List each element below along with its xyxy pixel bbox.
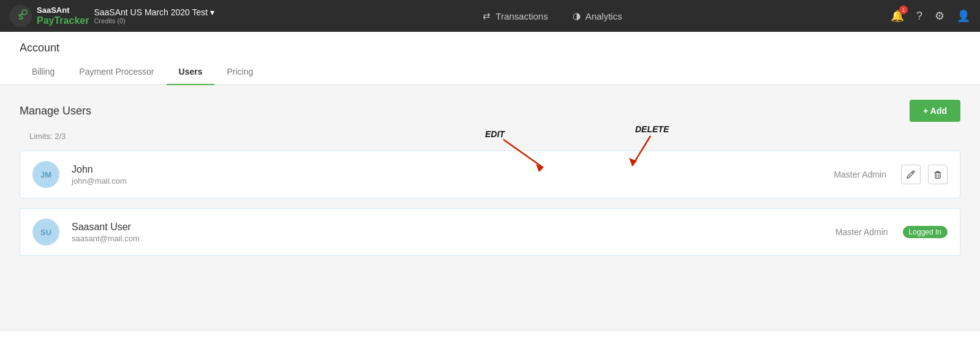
users-list: EDIT DELETE JM John john@mail.com Master… <box>20 151 960 256</box>
logo-paytracker: PayTracker <box>37 15 89 26</box>
user-info-john: John john@mail.com <box>72 164 834 185</box>
app-name: SaaSAnt US March 2020 Test ▾ Credits (0) <box>94 7 214 24</box>
transactions-icon: ⇄ <box>483 10 491 21</box>
main-content: Manage Users + Add Limits: 2/3 EDIT DELE… <box>0 85 980 330</box>
app-title: SaaSAnt US March 2020 Test ▾ <box>94 7 214 17</box>
delete-user-john-button[interactable] <box>928 165 948 184</box>
user-name-saasant: Saasant User <box>72 222 835 233</box>
trash-icon <box>933 170 943 179</box>
svg-line-10 <box>912 172 913 173</box>
tab-users[interactable]: Users <box>167 59 215 85</box>
tab-payment-processor[interactable]: Payment Processor <box>67 59 166 85</box>
help-button[interactable]: ? <box>916 10 922 23</box>
page-title: Account <box>20 32 960 59</box>
logo: S SaaSAnt PayTracker SaaSAnt US March 20… <box>10 5 214 27</box>
user-profile-button[interactable]: 👤 <box>957 9 970 23</box>
logo-text: SaaSAnt PayTracker <box>37 6 89 27</box>
page-header: Account Billing Payment Processor Users … <box>0 32 980 85</box>
user-email-saasant: saasant@mail.com <box>72 234 835 243</box>
analytics-icon: ◑ <box>573 10 581 21</box>
logged-in-badge: Logged In <box>903 226 948 238</box>
section-title: Manage Users <box>20 105 91 118</box>
svg-rect-11 <box>935 173 940 178</box>
user-info-saasant: Saasant User saasant@mail.com <box>72 222 835 243</box>
user-card-john: JM John john@mail.com Master Admin <box>20 151 960 198</box>
user-card-saasant: SU Saasant User saasant@mail.com Master … <box>20 208 960 256</box>
user-role-john: Master Admin <box>834 170 886 179</box>
avatar-saasant: SU <box>32 219 59 245</box>
tab-pricing[interactable]: Pricing <box>214 59 265 85</box>
settings-button[interactable]: ⚙ <box>935 9 944 23</box>
user-email-john: john@mail.com <box>72 176 834 185</box>
edit-user-john-button[interactable] <box>901 165 921 184</box>
notification-badge: 1 <box>899 6 908 14</box>
user-name-john: John <box>72 164 834 175</box>
user-actions-john <box>901 165 948 184</box>
logo-icon: S <box>10 5 32 27</box>
main-nav: ⇄ Transactions ◑ Analytics <box>214 10 891 21</box>
user-actions-saasant: Logged In <box>903 226 948 238</box>
section-header: Manage Users + Add <box>20 100 960 122</box>
header-actions: 🔔 1 ? ⚙ 👤 <box>891 9 970 23</box>
credits: Credits (0) <box>94 17 214 24</box>
limits-text: Limits: 2/3 <box>20 132 960 141</box>
edit-icon <box>906 170 916 179</box>
logo-saasant: SaaSAnt <box>37 6 89 15</box>
add-user-button[interactable]: + Add <box>910 100 960 122</box>
tab-billing[interactable]: Billing <box>20 59 67 85</box>
nav-transactions[interactable]: ⇄ Transactions <box>483 10 548 21</box>
user-role-saasant: Master Admin <box>835 227 888 237</box>
avatar-john: JM <box>32 161 59 188</box>
footer: © 2020 SaaSAnt Infotech Pvt Ltd. Terms P… <box>0 330 980 341</box>
nav-analytics[interactable]: ◑ Analytics <box>573 10 622 21</box>
header: S SaaSAnt PayTracker SaaSAnt US March 20… <box>0 0 980 32</box>
tabs: Billing Payment Processor Users Pricing <box>20 59 960 84</box>
notifications-button[interactable]: 🔔 1 <box>891 9 904 23</box>
